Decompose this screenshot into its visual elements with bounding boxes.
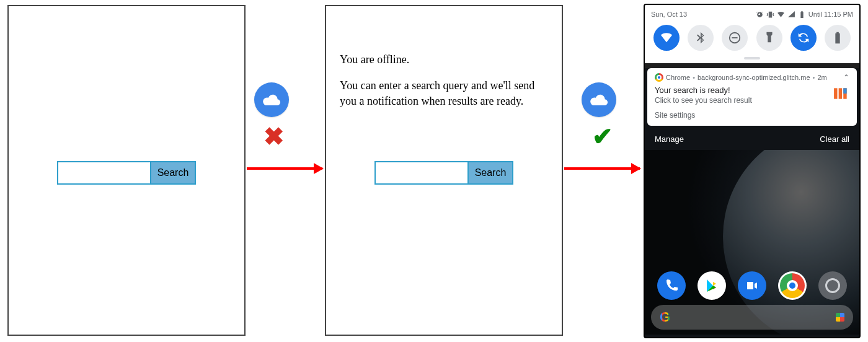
wifi-icon xyxy=(777,11,785,19)
quick-toggles xyxy=(651,24,853,53)
offline-body: You can enter a search query and we'll s… xyxy=(340,78,548,108)
status-until: Until 11:15 PM xyxy=(808,11,853,18)
toggle-battery-saver[interactable] xyxy=(825,25,851,51)
assistant-icon[interactable] xyxy=(836,313,844,322)
clear-all-button[interactable]: Clear all xyxy=(820,134,849,144)
status-date: Sun, Oct 13 xyxy=(651,11,687,18)
app-play-store[interactable] xyxy=(698,271,726,300)
notification-site-settings[interactable]: Site settings xyxy=(655,111,849,120)
drag-handle-icon[interactable] xyxy=(744,57,760,59)
cross-icon: ✖ xyxy=(260,123,288,150)
panel-android-notification: Sun, Oct 13 Until 11:15 PM xyxy=(644,4,861,338)
chevron-up-icon[interactable]: ⌃ xyxy=(843,73,849,82)
cloud-icon xyxy=(254,82,289,117)
alarm-icon xyxy=(756,11,764,19)
home-screen: G xyxy=(645,150,859,335)
vibrate-icon xyxy=(766,11,774,19)
toggle-wifi[interactable] xyxy=(653,25,680,51)
status-bar: Sun, Oct 13 Until 11:15 PM xyxy=(651,9,853,20)
search-form: Search xyxy=(57,161,196,185)
notification-body: Click to see you search result xyxy=(655,96,849,105)
search-input[interactable] xyxy=(58,162,150,183)
svg-rect-2 xyxy=(834,88,837,99)
app-phone[interactable] xyxy=(657,271,686,300)
app-camera[interactable] xyxy=(818,271,847,300)
quick-settings-panel: Sun, Oct 13 Until 11:15 PM xyxy=(645,5,859,63)
toggle-bluetooth[interactable] xyxy=(688,25,714,51)
svg-rect-3 xyxy=(839,88,842,99)
app-chrome[interactable] xyxy=(778,271,807,300)
offline-heading: You are offline. xyxy=(340,52,548,67)
google-search-bar[interactable]: G xyxy=(651,305,853,330)
toggle-flashlight[interactable] xyxy=(756,25,782,51)
notification-header: Chrome • background-sync-optimized.glitc… xyxy=(655,73,849,82)
offline-message: You are offline. You can enter a search … xyxy=(340,52,548,120)
status-right-icons: Until 11:15 PM xyxy=(756,11,853,19)
app-badge-icon xyxy=(833,86,849,102)
arrow-icon xyxy=(247,167,322,170)
search-input[interactable] xyxy=(376,162,467,183)
google-g-icon: G xyxy=(660,309,670,325)
search-button[interactable]: Search xyxy=(467,162,512,183)
arrow-icon xyxy=(564,167,640,170)
shade-actions: Manage Clear all xyxy=(645,126,859,150)
toggle-autorotate[interactable] xyxy=(790,25,817,51)
panel-offline-message: You are offline. You can enter a search … xyxy=(325,5,563,336)
search-button[interactable]: Search xyxy=(150,162,195,183)
notification-title: Your search is ready! xyxy=(655,86,849,95)
notification-age: 2m xyxy=(817,74,826,81)
toggle-dnd[interactable] xyxy=(722,25,748,51)
chrome-icon xyxy=(655,73,663,82)
svg-rect-5 xyxy=(843,88,846,94)
check-icon: ✔ xyxy=(589,123,616,150)
notification-app: Chrome xyxy=(666,74,690,81)
app-duo[interactable] xyxy=(738,271,766,300)
notification-card[interactable]: Chrome • background-sync-optimized.glitc… xyxy=(647,68,857,126)
cloud-icon xyxy=(582,82,616,117)
manage-button[interactable]: Manage xyxy=(655,134,684,144)
panel-offline-before: Search xyxy=(7,5,246,336)
svg-rect-1 xyxy=(732,37,738,38)
signal-icon xyxy=(787,11,795,19)
battery-icon xyxy=(798,11,806,19)
dock xyxy=(645,271,859,300)
notification-origin: background-sync-optimized.glitch.me xyxy=(698,74,810,81)
search-form: Search xyxy=(374,161,513,185)
